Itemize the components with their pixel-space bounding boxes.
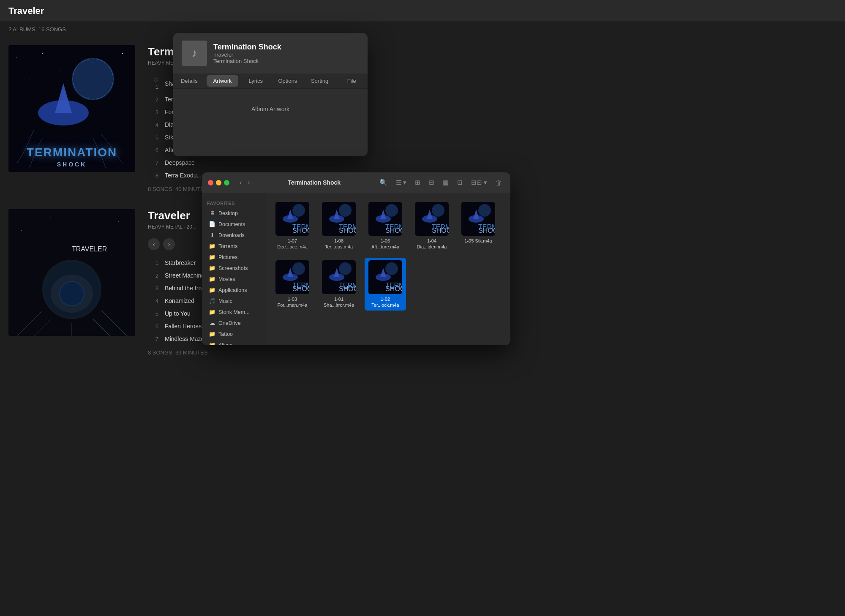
sidebar-item-pictures[interactable]: 📁 Pictures	[204, 252, 263, 262]
file-item-2[interactable]: TERMINATION SHOCK 1-08 Ter...dus.m4a	[318, 199, 360, 253]
track-num: 4	[150, 122, 158, 128]
svg-text:SHOCK: SHOCK	[339, 227, 356, 234]
nav-back[interactable]: ‹	[238, 179, 243, 186]
music-icon: 🎵	[209, 298, 215, 304]
file-label-2: 1-08 Ter...dus.m4a	[321, 238, 357, 250]
finder-body: Favorites 🖥 Desktop 📄 Documents ⬇ Downlo…	[202, 193, 510, 345]
file-label-5: 1-05 Stk.m4a	[464, 238, 492, 244]
documents-icon: 📄	[209, 221, 215, 227]
album-nav-prev[interactable]: ‹	[148, 238, 160, 250]
thumb-svg-3: TERMINATION SHOCK	[368, 202, 402, 236]
file-thumb-inner-4: TERMINATION SHOCK	[415, 202, 449, 236]
file-label-7: 1-01 Sha...irror.m4a	[321, 296, 357, 308]
finder-file-grid: TERMINATION SHOCK 1-07 Dee...ace.m4a	[265, 193, 510, 345]
dialog-title-block: Termination Shock Traveler Termination S…	[213, 43, 281, 64]
album-cover-2[interactable]: TRAVELER	[8, 209, 135, 336]
file-thumb-6: TERMINATION SHOCK	[275, 260, 309, 294]
file-label-4: 1-04 Dia...iden.m4a	[414, 238, 450, 250]
gallery-view-button[interactable]: ⊟⊟ ▾	[469, 177, 490, 188]
list-view-button[interactable]: ☰ ▾	[393, 177, 409, 188]
file-label-3: 1-06 Aft...ture.m4a	[367, 238, 403, 250]
album-art-text-1: TERMINATION	[8, 146, 135, 159]
torrents-icon: 📁	[209, 243, 215, 249]
movies-icon: 📁	[209, 276, 215, 282]
finder-title: Termination Shock	[256, 179, 373, 186]
sidebar-label-onedrive: OneDrive	[218, 320, 241, 326]
track-num: 6	[150, 147, 158, 153]
album-artwork-label: Album Artwork	[182, 97, 359, 121]
file-item-7[interactable]: TERMINATION SHOCK 1-01 Sha...irror.m4a	[318, 258, 360, 311]
svg-text:SHOCK: SHOCK	[292, 285, 309, 292]
screenshots-icon: 📁	[209, 265, 215, 271]
sidebar-item-movies[interactable]: 📁 Movies	[204, 274, 263, 284]
file-thumb-inner-3: TERMINATION SHOCK	[368, 202, 402, 236]
svg-point-29	[339, 204, 352, 217]
track-item[interactable]: 7 Deepspace	[148, 156, 837, 169]
stonk-icon: 📁	[209, 309, 215, 315]
track-num: 6	[150, 323, 158, 330]
sidebar-item-screenshots[interactable]: 📁 Screenshots	[204, 263, 263, 273]
maximize-button[interactable]	[224, 180, 229, 185]
panel-view-button[interactable]: ⊡	[455, 177, 465, 188]
svg-point-23	[292, 204, 305, 217]
album-cover-1[interactable]: TERMINATION SHOCK	[8, 45, 135, 172]
svg-point-53	[292, 262, 305, 275]
finder-titlebar: ‹ › Termination Shock 🔍 ☰ ▾ ⊞ ⊟ ▦ ⊡ ⊟⊟ ▾…	[202, 172, 510, 193]
minimize-button[interactable]	[216, 180, 221, 185]
tab-file[interactable]: File	[335, 74, 368, 88]
file-item-3[interactable]: TERMINATION SHOCK 1-06 Aft...ture.m4a	[365, 199, 406, 253]
sidebar-label-documents: Documents	[218, 221, 245, 227]
window-buttons	[208, 180, 229, 185]
sidebar-item-applications[interactable]: 📁 Applications	[204, 285, 263, 295]
grid-view-button[interactable]: ⊞	[412, 177, 423, 188]
track-name: Deepspace	[165, 159, 834, 166]
finder-nav: ‹ ›	[238, 179, 252, 186]
search-button[interactable]: 🔍	[377, 177, 390, 188]
album-nav-next[interactable]: ›	[163, 238, 175, 250]
sidebar-item-tattoo[interactable]: 📁 Tattoo	[204, 329, 263, 339]
sidebar-label-pictures: Pictures	[218, 254, 237, 260]
svg-point-21	[60, 282, 84, 305]
file-item-5[interactable]: TERMINATION SHOCK 1-05 Stk.m4a	[458, 199, 499, 253]
sidebar-item-torrents[interactable]: 📁 Torrents	[204, 241, 263, 251]
file-item-6[interactable]: TERMINATION SHOCK 1-03 For...man.m4a	[272, 258, 313, 311]
sidebar-item-desktop[interactable]: 🖥 Desktop	[204, 208, 263, 218]
sidebar-label-desktop: Desktop	[218, 210, 238, 216]
sidebar-label-downloads: Downloads	[218, 232, 245, 238]
nav-forward[interactable]: ›	[246, 179, 251, 186]
sidebar-item-music[interactable]: 🎵 Music	[204, 296, 263, 306]
preview-button[interactable]: ▦	[440, 177, 451, 188]
sidebar-item-stonk[interactable]: 📁 Stonk Mem...	[204, 307, 263, 317]
thumb-svg-5: TERMINATION SHOCK	[461, 202, 495, 236]
tab-options[interactable]: Options	[272, 74, 304, 88]
svg-text:TRAVELER: TRAVELER	[72, 245, 107, 253]
tattoo-icon: 📁	[209, 331, 215, 337]
dialog-album-name: Termination Shock	[213, 58, 281, 64]
tab-sorting[interactable]: Sorting	[304, 74, 336, 88]
svg-text:SHOCK: SHOCK	[385, 227, 402, 234]
close-button[interactable]	[208, 180, 213, 185]
tab-artwork[interactable]: Artwork	[207, 75, 239, 87]
svg-point-7	[122, 53, 123, 54]
track-num: 8	[150, 172, 158, 179]
svg-point-2	[30, 79, 30, 79]
file-thumb-inner-6: TERMINATION SHOCK	[275, 260, 309, 294]
sidebar-item-documents[interactable]: 📄 Documents	[204, 219, 263, 229]
finder-window: ‹ › Termination Shock 🔍 ☰ ▾ ⊞ ⊟ ▦ ⊡ ⊟⊟ ▾…	[202, 172, 510, 345]
column-view-button[interactable]: ⊟	[426, 177, 437, 188]
thumb-svg-1: TERMINATION SHOCK	[275, 202, 309, 236]
tab-details[interactable]: Details	[173, 74, 205, 88]
sidebar-item-downloads[interactable]: ⬇ Downloads	[204, 230, 263, 240]
file-item-4[interactable]: TERMINATION SHOCK 1-04 Dia...iden.m4a	[411, 199, 452, 253]
svg-point-1	[16, 57, 17, 58]
sidebar-item-onedrive[interactable]: ☁ OneDrive	[204, 318, 263, 328]
sidebar-item-alissa[interactable]: 📁 Alissa	[204, 340, 263, 345]
file-item-1[interactable]: TERMINATION SHOCK 1-07 Dee...ace.m4a	[272, 199, 313, 253]
file-label-8: 1-02 Ter...ock.m4a	[367, 296, 403, 308]
trash-button[interactable]: 🗑	[493, 178, 504, 188]
sidebar-label-tattoo: Tattoo	[218, 331, 233, 337]
tab-lyrics[interactable]: Lyrics	[240, 74, 272, 88]
svg-point-47	[478, 204, 491, 217]
file-thumb-inner-2: TERMINATION SHOCK	[322, 202, 356, 236]
file-item-8[interactable]: TERMINATION SHOCK 1-02 Ter...ock.m4a	[365, 258, 406, 311]
